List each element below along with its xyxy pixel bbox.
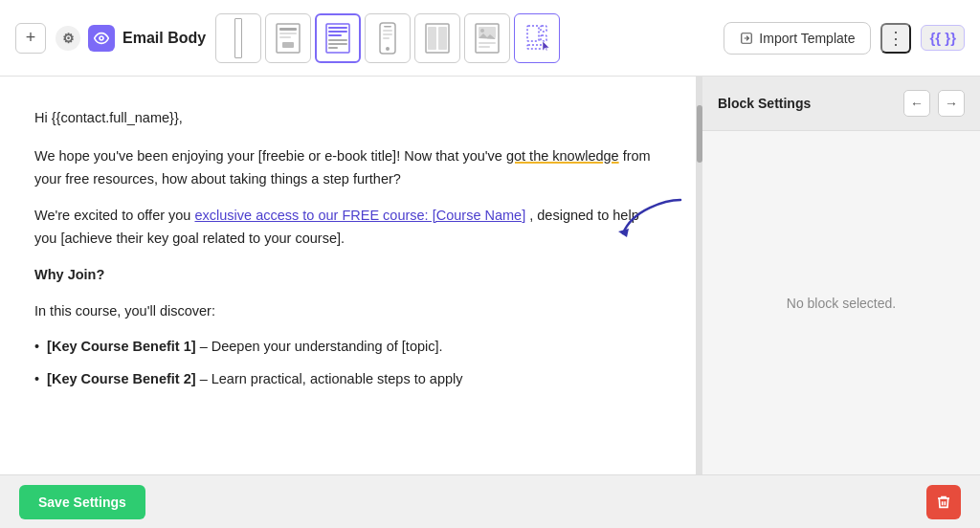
- svg-rect-28: [541, 26, 546, 32]
- svg-rect-15: [383, 30, 392, 32]
- import-template-button[interactable]: Import Template: [724, 22, 871, 55]
- svg-rect-10: [328, 39, 347, 41]
- svg-rect-4: [279, 36, 291, 38]
- panel-title: Block Settings: [718, 96, 811, 111]
- svg-rect-25: [479, 42, 496, 44]
- email-bullet1-rest: – Deepen your understanding of [topic].: [200, 339, 443, 354]
- tab-columns[interactable]: [414, 13, 460, 63]
- email-bullet-1: • [Key Course Benefit 1] – Deepen your u…: [34, 336, 661, 359]
- forward-arrow-icon: →: [945, 96, 958, 111]
- more-options-button[interactable]: ⋮: [880, 23, 911, 54]
- svg-rect-21: [438, 27, 447, 50]
- no-block-message: No block selected.: [787, 296, 896, 311]
- email-list-intro: In this course, you'll discover:: [34, 300, 661, 323]
- panel-content: No block selected.: [702, 131, 980, 474]
- tab-full-layout[interactable]: [215, 13, 261, 63]
- tab-preview-icon: [275, 22, 301, 55]
- save-settings-button[interactable]: Save Settings: [19, 485, 145, 519]
- scrollbar[interactable]: [697, 77, 702, 474]
- panel-back-button[interactable]: ←: [903, 90, 930, 117]
- tab-image[interactable]: [464, 13, 510, 63]
- svg-rect-17: [383, 37, 390, 39]
- svg-point-0: [100, 36, 103, 40]
- svg-rect-27: [527, 26, 539, 41]
- email-bullet2-rest: – Learn practical, actionable steps to a…: [200, 371, 463, 386]
- svg-point-24: [480, 29, 484, 33]
- svg-rect-16: [383, 33, 392, 35]
- svg-rect-29: [541, 35, 546, 41]
- block-settings-panel: Block Settings ← → No block selected.: [702, 77, 980, 474]
- tab-text-layout-icon: [324, 22, 351, 55]
- add-block-button[interactable]: +: [15, 23, 46, 54]
- trash-icon: [936, 495, 951, 510]
- email-link-course[interactable]: exclusive access to our FREE course: [Co…: [194, 208, 525, 223]
- arrow-pointer: [613, 195, 690, 243]
- braces-button[interactable]: {{ }}: [921, 25, 965, 51]
- three-dots-icon: ⋮: [887, 28, 904, 49]
- tab-cursor-icon: [523, 22, 550, 55]
- svg-rect-26: [479, 46, 490, 48]
- svg-rect-3: [279, 33, 297, 34]
- page-title: Email Body: [122, 30, 206, 47]
- tab-image-icon: [474, 22, 501, 55]
- toolbar-title-area: ⚙ Email Body: [56, 25, 206, 52]
- plus-icon: +: [26, 28, 36, 48]
- email-bullet2-bold: [Key Course Benefit 2]: [47, 371, 196, 386]
- tab-text-layout[interactable]: [315, 13, 361, 63]
- toolbar-right: Import Template ⋮ {{ }}: [724, 22, 965, 55]
- svg-rect-8: [328, 31, 347, 33]
- bullet-dot-1: •: [34, 336, 39, 359]
- panel-nav-buttons: ← →: [903, 90, 965, 117]
- email-para1: We hope you've been enjoying your [freeb…: [34, 145, 661, 191]
- tab-mobile-icon: [374, 22, 401, 55]
- panel-forward-button[interactable]: →: [938, 90, 965, 117]
- main-area: Hi {{contact.full_name}}, We hope you've…: [0, 77, 980, 474]
- email-bullet1-bold: [Key Course Benefit 1]: [47, 339, 196, 354]
- delete-button[interactable]: [926, 485, 961, 519]
- bottom-bar: Save Settings: [0, 474, 980, 528]
- tab-cursor[interactable]: [514, 13, 560, 63]
- settings-icon[interactable]: ⚙: [56, 26, 80, 51]
- svg-rect-7: [328, 27, 347, 29]
- view-tabs: [215, 13, 560, 63]
- panel-header: Block Settings ← →: [702, 77, 980, 131]
- svg-rect-12: [328, 47, 338, 49]
- email-greeting: Hi {{contact.full_name}},: [34, 107, 661, 130]
- tab-preview[interactable]: [265, 13, 311, 63]
- tab-columns-icon: [424, 22, 451, 55]
- back-arrow-icon: ←: [910, 96, 924, 111]
- eye-icon[interactable]: [88, 25, 115, 52]
- email-bullet-2: • [Key Course Benefit 2] – Learn practic…: [34, 368, 661, 391]
- svg-rect-14: [384, 26, 391, 28]
- svg-point-18: [386, 47, 390, 51]
- email-para2: We're excited to offer you exclusive acc…: [34, 205, 661, 251]
- svg-rect-2: [279, 28, 297, 31]
- email-heading: Why Join?: [34, 264, 661, 287]
- bullet-dot-2: •: [34, 368, 39, 391]
- svg-rect-5: [282, 42, 294, 48]
- import-icon: [740, 32, 753, 45]
- svg-rect-20: [428, 27, 436, 50]
- svg-rect-9: [328, 34, 342, 36]
- toolbar: + ⚙ Email Body: [0, 0, 980, 77]
- tab-full-layout-icon: [234, 18, 242, 58]
- tab-mobile[interactable]: [365, 13, 411, 63]
- svg-rect-11: [328, 43, 347, 45]
- email-editor[interactable]: Hi {{contact.full_name}}, We hope you've…: [0, 77, 697, 474]
- braces-icon: {{ }}: [929, 30, 956, 46]
- email-link-knowledge[interactable]: got the knowledge: [506, 148, 619, 164]
